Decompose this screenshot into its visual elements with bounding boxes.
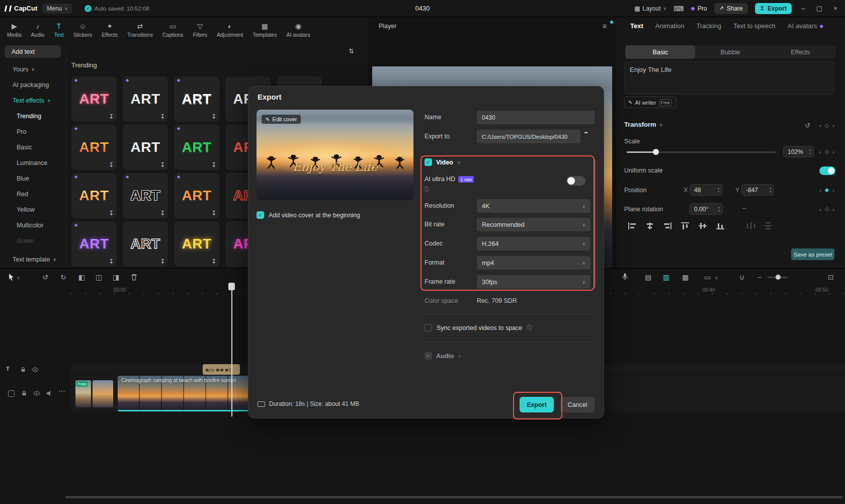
download-icon[interactable]	[160, 210, 165, 217]
ribbon-item[interactable]: Transitions	[127, 23, 153, 38]
effect-card[interactable]: ART	[123, 221, 168, 267]
video-checkbox[interactable]	[425, 158, 432, 166]
crop-ratio-chevron-icon[interactable]	[715, 275, 718, 280]
sidebar-item[interactable]: Yellow	[0, 202, 65, 217]
audio-checkbox[interactable]	[425, 352, 432, 360]
maximize-button[interactable]	[815, 5, 824, 12]
setting-select[interactable]: 4K	[477, 199, 590, 213]
sidebar-item[interactable]: Multicolor	[0, 217, 65, 233]
shortcuts-keyboard-icon[interactable]	[673, 5, 684, 13]
crop-ratio-icon[interactable]	[704, 273, 711, 281]
pro-badge[interactable]: Pro	[691, 5, 707, 12]
ribbon-item[interactable]: Audio	[31, 23, 45, 38]
minimize-button[interactable]	[799, 5, 808, 12]
ribbon-item[interactable]: Text	[54, 23, 63, 38]
scale-slider-knob[interactable]	[653, 149, 659, 155]
timeline-zoom-knob[interactable]	[776, 275, 781, 280]
redo-icon[interactable]	[60, 273, 66, 281]
download-icon[interactable]	[211, 258, 216, 265]
align-right-icon[interactable]	[663, 222, 671, 229]
speaker-icon[interactable]	[46, 390, 52, 396]
effect-card[interactable]: ART	[123, 76, 168, 122]
timeline-zoom-slider[interactable]	[768, 277, 788, 278]
zoom-out-icon[interactable]	[757, 273, 762, 281]
eye-icon[interactable]	[32, 367, 39, 372]
text-subtab[interactable]: Basic	[625, 45, 695, 59]
download-icon[interactable]	[109, 258, 114, 265]
rotation-stepper[interactable]: ▴▾	[718, 206, 720, 212]
download-icon[interactable]	[211, 113, 216, 120]
position-x-stepper[interactable]: ▴▾	[718, 187, 719, 193]
rotation-keyframe-controls[interactable]	[819, 206, 834, 212]
scale-value-field[interactable]: 102% ▴▾	[783, 146, 814, 157]
sidebar-item[interactable]: Text effects	[0, 93, 65, 108]
effect-card[interactable]: ART	[71, 221, 117, 267]
sidebar-item[interactable]: Red	[0, 186, 65, 202]
text-clip[interactable]: ◆joy ◆i◆ ◆2	[203, 364, 240, 375]
transform-section-header[interactable]: Transform	[624, 121, 662, 128]
scale-slider[interactable]	[627, 151, 776, 153]
cover-preview[interactable]: Enjoy The Life Edit cover	[257, 110, 413, 200]
text-content-input[interactable]: Enjoy The Life	[624, 61, 834, 95]
uniform-scale-toggle[interactable]	[819, 166, 835, 175]
download-icon[interactable]	[211, 161, 216, 169]
player-menu-icon[interactable]	[603, 22, 607, 30]
playhead[interactable]	[231, 285, 232, 416]
snap-magnet-icon[interactable]	[739, 273, 744, 281]
download-icon[interactable]	[160, 161, 165, 169]
export-path-input[interactable]: C:/Users/TOPGUS/Desktop/0430	[477, 130, 580, 143]
ribbon-item[interactable]: Media	[7, 23, 22, 38]
export-confirm-button[interactable]: Export	[520, 397, 554, 412]
setting-select[interactable]: mp4	[477, 256, 590, 270]
download-icon[interactable]	[109, 113, 114, 120]
properties-tab[interactable]: Text to speech	[733, 22, 776, 30]
setting-select[interactable]: H.264	[477, 237, 590, 250]
dialog-scrollbar[interactable]	[594, 159, 596, 288]
track-more-icon[interactable]	[58, 387, 65, 395]
effect-card[interactable]: ART	[123, 125, 168, 170]
add-text-button[interactable]: Add text	[5, 45, 61, 58]
ribbon-item[interactable]: Stickers	[73, 23, 92, 38]
download-icon[interactable]	[160, 258, 165, 265]
share-button[interactable]: Share	[714, 3, 748, 14]
export-button-topbar[interactable]: Export	[755, 3, 792, 14]
sidebar-item[interactable]: Trending	[0, 108, 65, 124]
cancel-button[interactable]: Cancel	[560, 397, 595, 412]
setting-select[interactable]: Recommended	[477, 218, 590, 231]
fit-timeline-icon[interactable]	[828, 273, 834, 281]
properties-tab[interactable]: Tracking	[697, 22, 721, 30]
info-icon[interactable]	[424, 186, 429, 193]
filter-sort-icon[interactable]	[349, 47, 354, 55]
download-icon[interactable]	[109, 210, 114, 217]
ribbon-item[interactable]: Filters	[193, 23, 207, 38]
effect-card[interactable]: ART	[174, 125, 219, 170]
voiceover-mic-icon[interactable]	[622, 273, 628, 281]
ai-ultra-hd-toggle[interactable]	[566, 176, 585, 186]
effect-card[interactable]: ART	[71, 76, 117, 122]
trim-left-icon[interactable]	[78, 273, 85, 281]
save-as-preset-button[interactable]: Save as preset	[791, 248, 834, 260]
ribbon-item[interactable]: Effects	[102, 23, 118, 38]
effect-card[interactable]: ART	[71, 125, 117, 170]
effect-card[interactable]: ART	[174, 173, 219, 218]
download-icon[interactable]	[160, 113, 165, 120]
info-icon[interactable]	[527, 324, 532, 331]
collapse-audio-icon[interactable]	[458, 354, 461, 359]
transform-keyframe-controls[interactable]	[819, 122, 834, 129]
position-y-field[interactable]: -847 ▴▾	[741, 184, 774, 196]
sidebar-item[interactable]: Basic	[0, 139, 65, 155]
delete-icon[interactable]	[131, 274, 137, 281]
sidebar-item[interactable]: Luminance	[0, 155, 65, 171]
layout-button[interactable]: Layout	[634, 5, 666, 12]
sync-checkbox[interactable]	[425, 324, 432, 331]
download-icon[interactable]	[211, 210, 216, 217]
effect-card[interactable]: ART	[71, 173, 117, 218]
align-center-h-icon[interactable]	[646, 222, 654, 229]
reset-transform-icon[interactable]	[805, 122, 810, 129]
sidebar-item[interactable]: Pro	[0, 124, 65, 139]
align-bottom-icon[interactable]	[716, 222, 724, 229]
setting-select[interactable]: 30fps	[477, 275, 590, 289]
distribute-h-icon[interactable]	[747, 222, 755, 229]
ribbon-item[interactable]: Adjustment	[217, 23, 243, 38]
rotation-field[interactable]: 0.00° ▴▾	[690, 203, 723, 215]
